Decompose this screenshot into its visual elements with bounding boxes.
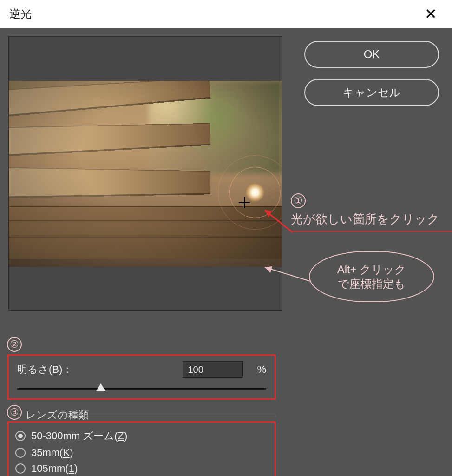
lens-option[interactable]: 35mm(K) <box>15 445 268 461</box>
dialog-title: 逆光 <box>9 7 32 21</box>
lens-option-label: 105mm(1) <box>31 463 78 475</box>
preview-image[interactable] <box>9 81 282 267</box>
arrow-pink-icon <box>260 263 311 291</box>
cancel-button[interactable]: キャンセル <box>304 79 439 106</box>
svg-line-2 <box>265 267 310 281</box>
annotation-underline <box>291 231 452 232</box>
vignette <box>9 81 282 267</box>
lens-option-label: 35mm(K) <box>31 447 73 459</box>
brightness-group: 明るさ(B)： % <box>7 354 276 400</box>
ok-button[interactable]: OK <box>304 41 439 68</box>
lens-option-label: 50-300mm ズーム(Z) <box>31 429 127 443</box>
radio-icon[interactable] <box>15 463 26 474</box>
annotation-step1: ① 光が欲しい箇所をクリック <box>291 193 439 227</box>
radio-icon[interactable] <box>15 448 26 458</box>
step3-badge: ③ <box>7 405 22 420</box>
dialog-body: OK キャンセル ① 光が欲しい箇所をクリック Alt+ クリック で座標指定も… <box>0 28 452 476</box>
lens-option[interactable]: 105mm(1) <box>15 461 268 476</box>
step2-badge: ② <box>7 337 22 352</box>
button-column: OK キャンセル <box>304 41 439 106</box>
slider-track <box>17 388 266 390</box>
step1-badge: ① <box>291 193 306 208</box>
brightness-label: 明るさ(B)： <box>17 363 72 377</box>
bubble-line2: で座標指定も <box>338 278 406 290</box>
annotation-bubble: Alt+ クリック で座標指定も <box>309 251 434 302</box>
step1-text: 光が欲しい箇所をクリック <box>291 211 439 227</box>
svg-marker-3 <box>265 266 272 273</box>
lens-heading: レンズの種類 <box>26 408 89 422</box>
annotation-step2: ② <box>7 337 22 352</box>
title-bar: 逆光 ✕ <box>0 0 452 28</box>
lens-option[interactable]: 50-300mm ズーム(Z) <box>15 427 268 445</box>
close-icon[interactable]: ✕ <box>419 5 443 23</box>
slider-thumb-icon[interactable] <box>96 383 105 391</box>
annotation-step3: ③ <box>7 404 22 420</box>
lens-type-group: 50-300mm ズーム(Z)35mm(K)105mm(1)ムービープライム(M… <box>7 421 276 476</box>
bubble-line1: Alt+ クリック <box>337 263 406 276</box>
lens-divider <box>84 416 276 416</box>
brightness-unit: % <box>257 364 266 376</box>
preview-panel[interactable] <box>8 36 282 311</box>
brightness-slider[interactable] <box>17 384 266 394</box>
radio-icon[interactable] <box>15 431 26 441</box>
brightness-input[interactable] <box>183 361 243 378</box>
